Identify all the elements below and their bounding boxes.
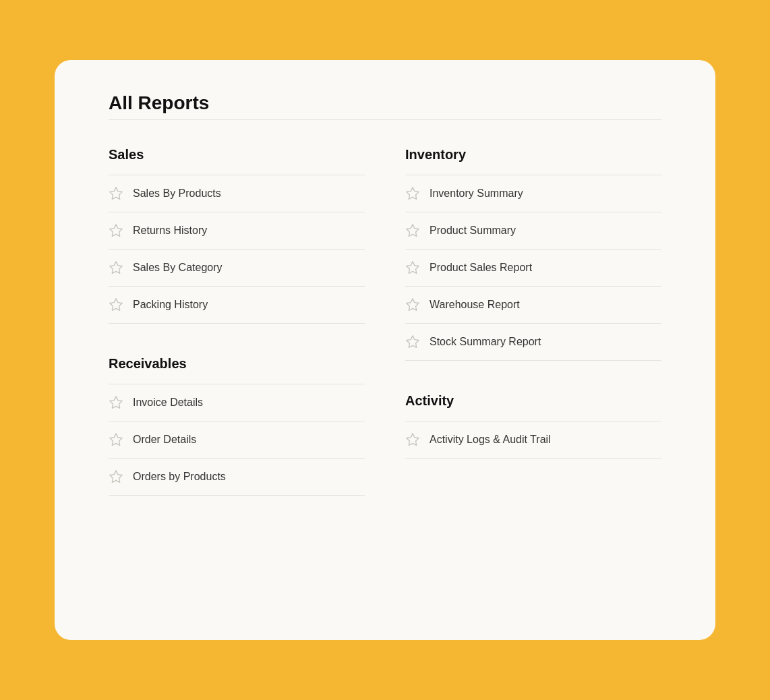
right-column: Inventory Inventory Summary Product Summ… (405, 147, 661, 528)
report-item-packing-history[interactable]: Packing History (109, 286, 365, 324)
section-sales: Sales Sales By Products Returns History (109, 147, 365, 324)
report-label-orders-by-products: Orders by Products (133, 471, 226, 483)
report-label-product-summary: Product Summary (430, 225, 516, 237)
star-icon-stock-summary-report[interactable] (405, 334, 420, 349)
sections-grid: Sales Sales By Products Returns History (109, 147, 661, 528)
svg-marker-10 (407, 299, 419, 310)
report-label-activity-logs-audit-trail: Activity Logs & Audit Trail (430, 434, 551, 446)
star-icon-product-sales-report[interactable] (405, 260, 420, 275)
report-label-product-sales-report: Product Sales Report (430, 262, 532, 274)
section-title-inventory: Inventory (405, 147, 661, 163)
section-title-activity: Activity (405, 393, 661, 409)
report-item-inventory-summary[interactable]: Inventory Summary (405, 175, 661, 212)
svg-marker-3 (110, 299, 122, 310)
report-item-stock-summary-report[interactable]: Stock Summary Report (405, 323, 661, 361)
report-label-sales-by-category: Sales By Category (133, 262, 223, 274)
star-icon-activity-logs-audit-trail[interactable] (405, 432, 420, 447)
report-label-returns-history: Returns History (133, 225, 207, 237)
star-icon-orders-by-products[interactable] (109, 469, 123, 484)
report-label-warehouse-report: Warehouse Report (430, 299, 520, 311)
svg-marker-6 (110, 471, 122, 482)
report-item-product-sales-report[interactable]: Product Sales Report (405, 249, 661, 286)
svg-marker-9 (407, 262, 419, 273)
section-inventory: Inventory Inventory Summary Product Summ… (405, 147, 661, 361)
page-title: All Reports (109, 92, 661, 114)
star-icon-order-details[interactable] (109, 432, 123, 447)
report-label-inventory-summary: Inventory Summary (430, 187, 523, 200)
star-icon-inventory-summary[interactable] (405, 186, 420, 201)
star-icon-returns-history[interactable] (109, 223, 123, 238)
star-icon-sales-by-products[interactable] (109, 186, 123, 201)
svg-marker-5 (110, 434, 122, 445)
section-title-sales: Sales (109, 147, 365, 163)
section-activity: Activity Activity Logs & Audit Trail (405, 393, 661, 459)
sales-report-list: Sales By Products Returns History Sales … (109, 175, 365, 324)
svg-marker-4 (110, 397, 122, 408)
report-label-sales-by-products: Sales By Products (133, 187, 221, 200)
svg-marker-7 (407, 187, 419, 199)
svg-marker-8 (407, 225, 419, 236)
section-title-receivables: Receivables (109, 356, 365, 372)
inventory-report-list: Inventory Summary Product Summary Produc… (405, 175, 661, 361)
star-icon-product-summary[interactable] (405, 223, 420, 238)
star-icon-sales-by-category[interactable] (109, 260, 123, 275)
star-icon-packing-history[interactable] (109, 297, 123, 312)
all-reports-card: All Reports Sales Sales By Products (55, 60, 715, 640)
svg-marker-0 (110, 187, 122, 199)
report-item-sales-by-category[interactable]: Sales By Category (109, 249, 365, 286)
svg-marker-2 (110, 262, 122, 273)
svg-marker-11 (407, 336, 419, 347)
svg-marker-1 (110, 225, 122, 236)
report-label-order-details: Order Details (133, 434, 196, 446)
star-icon-invoice-details[interactable] (109, 395, 123, 410)
title-divider (109, 119, 661, 120)
activity-report-list: Activity Logs & Audit Trail (405, 421, 661, 459)
report-item-activity-logs-audit-trail[interactable]: Activity Logs & Audit Trail (405, 421, 661, 459)
report-label-invoice-details: Invoice Details (133, 397, 203, 409)
report-item-order-details[interactable]: Order Details (109, 421, 365, 458)
svg-marker-12 (407, 434, 419, 445)
report-item-product-summary[interactable]: Product Summary (405, 212, 661, 249)
report-item-warehouse-report[interactable]: Warehouse Report (405, 286, 661, 323)
report-item-orders-by-products[interactable]: Orders by Products (109, 458, 365, 496)
report-item-sales-by-products[interactable]: Sales By Products (109, 175, 365, 212)
report-label-packing-history: Packing History (133, 299, 208, 311)
star-icon-warehouse-report[interactable] (405, 297, 420, 312)
report-item-returns-history[interactable]: Returns History (109, 212, 365, 249)
section-receivables: Receivables Invoice Details Order Detail… (109, 356, 365, 496)
report-label-stock-summary-report: Stock Summary Report (430, 336, 541, 348)
report-item-invoice-details[interactable]: Invoice Details (109, 384, 365, 421)
left-column: Sales Sales By Products Returns History (109, 147, 365, 528)
receivables-report-list: Invoice Details Order Details Orders by … (109, 384, 365, 496)
